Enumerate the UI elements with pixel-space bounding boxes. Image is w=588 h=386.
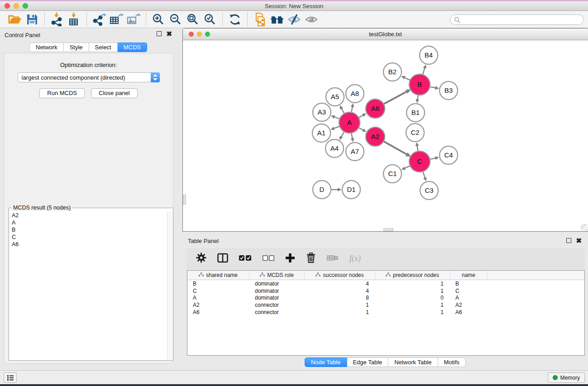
float-table-panel-icon[interactable] [566, 238, 571, 243]
hide-network-icon[interactable] [286, 12, 303, 27]
table-cell[interactable]: C [187, 288, 249, 294]
float-panel-icon[interactable] [157, 31, 162, 36]
status-options-button[interactable] [4, 372, 17, 383]
column-header-successor-nodes[interactable]: successor nodes [305, 271, 375, 280]
graph-edge[interactable] [430, 87, 436, 88]
column-header-predecessor-nodes[interactable]: predecessor nodes [375, 271, 450, 280]
memory-button[interactable]: Memory [548, 372, 585, 383]
table-cell[interactable]: connector [249, 302, 305, 308]
graph-node-B4[interactable]: B4 [420, 46, 438, 64]
graph-node-C2[interactable]: C2 [406, 124, 424, 142]
table-row[interactable]: A6connector11A6 [187, 309, 584, 316]
mcds-result-item[interactable]: A2 [10, 212, 167, 219]
export-table-icon[interactable] [108, 12, 125, 27]
graph-node-C[interactable]: C [409, 151, 430, 172]
import-table-icon[interactable] [66, 12, 83, 27]
deselect-all-icon[interactable] [263, 255, 274, 263]
tab-network-table[interactable]: Network Table [388, 357, 438, 367]
table-cell[interactable]: A2 [450, 302, 488, 308]
mcds-result-item[interactable]: A6 [10, 241, 167, 248]
graph-node-A2[interactable]: A2 [366, 127, 385, 146]
graph-node-B2[interactable]: B2 [383, 63, 402, 81]
graph-node-A5[interactable]: A5 [326, 88, 344, 106]
column-header-name[interactable]: name [450, 271, 488, 280]
tab-network[interactable]: Network [29, 43, 64, 52]
graph-edge[interactable] [351, 133, 352, 139]
graph-edge[interactable] [423, 172, 425, 178]
close-table-panel-icon[interactable]: ✖ [576, 238, 582, 243]
graph-edge[interactable] [404, 77, 410, 80]
table-row[interactable]: A2connector11A2 [187, 301, 584, 309]
graph-edge[interactable] [423, 68, 425, 74]
save-session-icon[interactable] [24, 12, 41, 27]
graph-edge[interactable] [334, 126, 339, 129]
function-builder-icon[interactable]: f(x) [349, 254, 361, 263]
graph-node-C1[interactable]: C1 [383, 165, 402, 183]
tab-mcds[interactable]: MCDS [118, 43, 147, 52]
graph-node-B3[interactable]: B3 [440, 81, 458, 100]
table-cell[interactable]: 1 [375, 309, 450, 315]
graph-edge[interactable] [384, 142, 407, 155]
search-input[interactable] [462, 16, 583, 24]
graph-edge[interactable] [351, 107, 352, 112]
graph-node-A6[interactable]: A6 [366, 99, 385, 118]
graph-edge[interactable] [341, 132, 344, 137]
show-columns-icon[interactable] [217, 253, 228, 265]
mcds-result-item[interactable]: B [10, 226, 167, 234]
graph-edge[interactable] [384, 91, 407, 104]
show-eye-icon[interactable] [303, 12, 320, 27]
table-cell[interactable]: 1 [375, 288, 450, 294]
table-cell[interactable]: A6 [187, 309, 249, 315]
table-cell[interactable]: dominator [249, 295, 305, 301]
graph-edge[interactable] [417, 146, 418, 151]
table-cell[interactable]: B [450, 281, 488, 287]
graph-node-A[interactable]: A [339, 112, 360, 133]
select-all-icon[interactable] [239, 255, 252, 263]
table-cell[interactable]: 4 [305, 288, 375, 294]
result-list-scrollbar[interactable] [167, 212, 172, 360]
graph-edge[interactable] [430, 158, 435, 159]
mcds-result-item[interactable]: A [10, 219, 167, 226]
run-mcds-button[interactable]: Run MCDS [39, 88, 85, 98]
window-resize-grip[interactable] [581, 224, 588, 231]
table-cell[interactable]: 4 [305, 281, 375, 287]
add-column-icon[interactable] [285, 253, 295, 265]
zoom-in-icon[interactable] [150, 12, 167, 27]
column-header-shared-name[interactable]: shared name [187, 271, 249, 280]
table-cell[interactable]: 8 [305, 295, 375, 301]
table-cell[interactable]: C [450, 288, 488, 294]
table-row[interactable]: Adominator80A [187, 295, 584, 302]
table-cell[interactable]: B [187, 281, 249, 287]
table-cell[interactable]: connector [249, 309, 305, 315]
canvas-bottom-grip[interactable] [383, 228, 393, 231]
table-cell[interactable]: dominator [249, 281, 305, 287]
graph-edge[interactable] [359, 128, 363, 130]
zoom-selected-icon[interactable] [201, 12, 219, 27]
graph-node-A8[interactable]: A8 [346, 85, 364, 103]
graph-edge[interactable] [359, 115, 363, 117]
graph-edge[interactable] [417, 95, 418, 100]
refresh-view-icon[interactable] [226, 12, 244, 27]
graph-node-A3[interactable]: A3 [313, 103, 331, 121]
tab-style[interactable]: Style [64, 43, 89, 52]
table-cell[interactable]: 1 [375, 281, 450, 287]
criterion-select[interactable]: largest connected component (directed) [18, 72, 160, 82]
tab-motifs[interactable]: Motifs [438, 357, 466, 367]
graph-node-A7[interactable]: A7 [346, 143, 364, 161]
graph-edge[interactable] [404, 166, 410, 168]
graph-node-B[interactable]: B [409, 74, 430, 95]
table-cell[interactable]: A2 [187, 302, 249, 308]
table-cell[interactable]: dominator [249, 288, 305, 294]
mcds-result-item[interactable]: C [10, 234, 167, 241]
canvas-left-grip[interactable] [183, 195, 186, 205]
table-cell[interactable]: A [450, 295, 488, 301]
table-cell[interactable]: 1 [375, 302, 450, 308]
clone-network-icon[interactable] [251, 12, 268, 27]
table-cell[interactable]: 1 [305, 302, 375, 308]
table-cell[interactable]: 1 [305, 309, 375, 315]
graph-edge[interactable] [334, 117, 339, 119]
import-network-icon[interactable] [48, 12, 66, 27]
graph-node-D1[interactable]: D1 [342, 181, 360, 199]
graph-node-C4[interactable]: C4 [440, 146, 458, 164]
graph-node-A1[interactable]: A1 [312, 124, 330, 142]
